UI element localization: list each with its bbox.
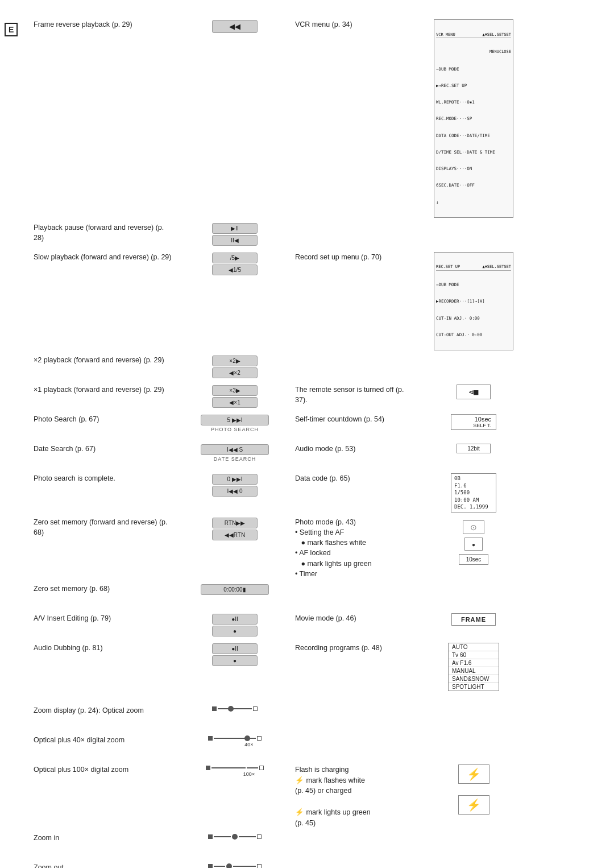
button-slow-rev: ◀1/5 — [212, 264, 258, 275]
icon-photo-mode: ⊙ ● 10sec — [417, 515, 530, 567]
button-x1-rev: ◀×1 — [212, 397, 258, 408]
button-rtn-rev: ◀◀RTN — [212, 530, 258, 540]
icon-playback-pause: ▶II II◀ — [178, 220, 292, 249]
vcr-menu-box: VCR MENU ▲▼SEL.SETSET MENUCLOSE →DUB MOD… — [434, 19, 513, 218]
row-av-insert: A/V Insert Editing (p. 79) ●II ● Movie m… — [30, 611, 608, 640]
prog-manual: MANUAL — [449, 667, 499, 675]
desc-zoom-40x: Optical plus 40× digital zoom — [30, 733, 178, 747]
desc-self-timer: Self-timer countdown (p. 54) — [292, 412, 417, 427]
icon-audio-mode: 12bit — [417, 441, 530, 456]
zoom-100x-track — [211, 767, 246, 768]
vcr-menu-line1: →DUB MODE — [436, 67, 511, 72]
button-photo-search-icon: 5 ▶▶I — [201, 415, 269, 425]
zoom-bar-40x — [208, 735, 262, 742]
zoom-out-end — [257, 864, 262, 868]
zoom-100x-start — [206, 766, 210, 770]
button-slow-fwd: /5▶ — [212, 253, 258, 263]
button-x2-fwd: ×2▶ — [212, 356, 258, 366]
zoom-100x-end — [259, 766, 264, 770]
desc-slow-playback: Slow playback (forward and reverse) (p. … — [30, 250, 178, 264]
zoom-bar-100x — [206, 764, 264, 771]
icon-empty-4 — [417, 703, 530, 708]
icon-recording-programs: AUTO Tv 60 Av F1.6 MANUAL SAND&SNOW SPOT… — [417, 640, 530, 693]
icon-x1-playback: ×3▶ ◀×1 — [178, 382, 292, 411]
prog-tv60: Tv 60 — [449, 651, 499, 659]
button-x2-rev: ◀×2 — [212, 367, 258, 378]
vcr-menu-line2: ▶→REC.SET UP — [436, 83, 511, 89]
zoom-100x-ext — [247, 767, 258, 768]
row-zero-set-single: Zero set memory (p. 68) 0:00:00▮ — [30, 581, 608, 611]
row-zoom-in: Zoom in — [30, 830, 608, 860]
main-content: Frame reverse playback (p. 29) ◀◀ VCR me… — [27, 11, 614, 868]
data-code-display: 0B F1.6 1/500 10:00 AM DEC. 1,1999 — [451, 473, 496, 512]
sidebar-label-e: E — [5, 23, 18, 36]
icon-empty-2 — [417, 353, 530, 357]
button-audio-dub-pause: ●II — [212, 643, 258, 654]
icon-zoom-optical — [178, 703, 292, 714]
desc-vcr-menu: VCR menu (p. 34) — [292, 17, 417, 32]
icon-audio-dubbing: ●II ● — [178, 640, 292, 669]
zoom-bar-in — [208, 833, 262, 841]
movie-mode-label: FRAME — [461, 616, 486, 623]
remote-sensor-symbol: ⊲■ — [469, 387, 479, 396]
zoom-in-end — [257, 834, 262, 839]
zoom-in-right-track — [239, 836, 256, 837]
photo-mode-af-locked: ● — [464, 538, 483, 551]
data-code-line1: 0B — [454, 475, 493, 482]
rec-menu-header-left: REC.SET UP — [436, 264, 460, 270]
vcr-menu-line9: ↓ — [436, 200, 511, 205]
prog-av: Av F1.6 — [449, 659, 499, 667]
icon-movie-mode: FRAME — [417, 611, 530, 628]
zoom-out-start — [208, 864, 213, 868]
desc-empty-4 — [292, 703, 417, 708]
desc-zero-set-single: Zero set memory (p. 68) — [30, 581, 178, 596]
icon-empty-6 — [417, 830, 530, 835]
zoom-40x-end — [257, 736, 262, 741]
vcr-menu-line5: DATA CODE···DATE/TIME — [436, 133, 511, 139]
rec-menu-line4: CUT-OUT ADJ.· 0:00 — [436, 332, 511, 338]
desc-rec-setup: Record set up menu (p. 70) — [292, 250, 417, 264]
zoom-in-left-track — [214, 836, 231, 837]
label-date-search: DATE SEARCH — [214, 456, 256, 462]
vcr-menu-header-left: VCR MENU — [436, 32, 455, 38]
af-dot-icon: ● — [472, 542, 475, 548]
zoom-out-thumb — [226, 863, 232, 868]
remote-sensor-display: ⊲■ — [457, 385, 491, 399]
row-date-search: Date Search (p. 67) I◀◀ S DATE SEARCH Au… — [30, 441, 608, 471]
desc-x1-playback: ×1 playback (forward and reverse) (p. 29… — [30, 382, 178, 397]
row-zoom-40x: Optical plus 40× digital zoom 40× — [30, 733, 608, 762]
flash-charging-display: ⚡ — [458, 764, 489, 784]
button-rtn-fwd: RTN▶▶ — [212, 518, 258, 528]
button-av-insert-rec: ● — [212, 626, 258, 636]
row-slow-playback: Slow playback (forward and reverse) (p. … — [30, 250, 608, 353]
vcr-menu-line4: REC.MODE····SP — [436, 116, 511, 122]
row-frame-reverse: Frame reverse playback (p. 29) ◀◀ VCR me… — [30, 17, 608, 220]
icon-photo-search: 5 ▶▶I PHOTO SEARCH — [178, 412, 292, 435]
icon-zoom-out — [178, 860, 292, 868]
flash-charging-icon: ⚡ — [467, 768, 481, 780]
row-x1-playback: ×1 playback (forward and reverse) (p. 29… — [30, 382, 608, 412]
icon-zoom-in — [178, 830, 292, 843]
rec-menu-line2: ▶RECORDER···[1]→[A] — [436, 299, 511, 304]
desc-photo-mode: Photo mode (p. 43) • Setting the AF ● ma… — [292, 515, 417, 581]
desc-zoom-in: Zoom in — [30, 830, 178, 845]
icon-zoom-40x: 40× — [178, 733, 292, 750]
button-x1-fwd: ×3▶ — [212, 385, 258, 396]
self-timer-display: 10sec SELF T. — [451, 414, 496, 430]
zoom-track — [218, 708, 252, 709]
button-audio-dub-rec: ● — [212, 655, 258, 666]
desc-x2-playback: ×2 playback (forward and reverse) (p. 29… — [30, 353, 178, 367]
rec-menu-line1: →DUB MODE — [436, 282, 511, 288]
icon-data-code: 0B F1.6 1/500 10:00 AM DEC. 1,1999 — [417, 471, 530, 515]
row-x2-playback: ×2 playback (forward and reverse) (p. 29… — [30, 353, 608, 382]
row-photo-complete: Photo search is complete. 0 ▶▶I I◀◀ 0 Da… — [30, 471, 608, 515]
desc-audio-mode: Audio mode (p. 53) — [292, 441, 417, 456]
audio-bit-value: 12bit — [467, 445, 480, 452]
row-zero-set-both: Zero set memory (forward and reverse) (p… — [30, 515, 608, 581]
photo-mode-af-flash: ⊙ — [463, 520, 484, 534]
desc-zoom-out: Zoom out — [30, 860, 178, 868]
zoom-thumb — [228, 706, 234, 712]
vcr-menu-line8: 6SEC.DATE···OFF — [436, 183, 511, 188]
vcr-menu-line7: DISPLAYS····ON — [436, 166, 511, 172]
row-zoom-out: Zoom out — [30, 860, 608, 868]
